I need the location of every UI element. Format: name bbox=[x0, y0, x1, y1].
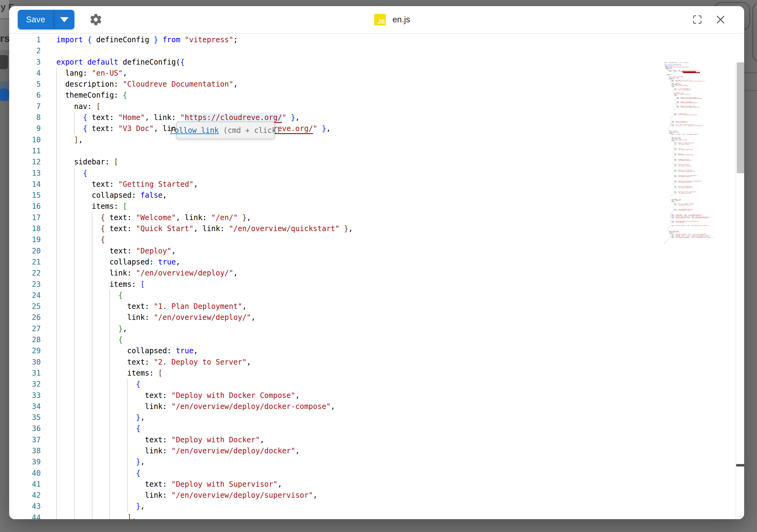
code-line[interactable]: 12 sidebar: [ bbox=[9, 157, 744, 167]
background-card-outline bbox=[752, 2, 757, 62]
dialog-title-filename: en.js bbox=[393, 15, 410, 24]
code-line[interactable]: 8 { text: "Home", link: "https://cloudre… bbox=[9, 112, 744, 123]
javascript-file-icon: JS bbox=[374, 14, 386, 25]
code-line[interactable]: 27 }, bbox=[9, 323, 744, 334]
follow-link-tooltip: Follow link (cmd + click) bbox=[176, 122, 275, 139]
line-number: 30 bbox=[9, 357, 41, 368]
background-divider bbox=[744, 90, 757, 91]
code-line[interactable]: 40 { bbox=[9, 468, 744, 479]
code-line[interactable]: 14 text: "Getting Started", bbox=[9, 179, 744, 190]
line-number: 40 bbox=[9, 468, 41, 479]
code-line[interactable]: 36 { bbox=[9, 423, 744, 434]
line-number: 10 bbox=[9, 134, 41, 145]
code-line[interactable]: 2 bbox=[9, 45, 744, 56]
code-line[interactable]: 30 text: "2. Deploy to Server", bbox=[9, 357, 744, 368]
fullscreen-icon bbox=[691, 14, 703, 25]
line-number: 8 bbox=[9, 112, 41, 123]
line-number: 2 bbox=[9, 45, 41, 56]
code-line[interactable]: 41 text: "Deploy with Supervisor", bbox=[9, 479, 744, 490]
code-line[interactable]: 18 { text: "Quick Start", link: "/en/ove… bbox=[9, 223, 744, 234]
code-line[interactable]: 4 lang: "en-US", bbox=[9, 68, 744, 79]
code-line[interactable]: 35 }, bbox=[9, 412, 744, 423]
code-line[interactable]: 16 items: [ bbox=[9, 201, 744, 212]
save-options-dropdown-button[interactable] bbox=[54, 10, 75, 29]
line-number: 25 bbox=[9, 301, 41, 312]
line-number: 22 bbox=[9, 268, 41, 279]
line-number: 28 bbox=[9, 334, 41, 345]
code-line[interactable]: 23 items: [ bbox=[9, 279, 744, 290]
code-line[interactable]: 13 { bbox=[9, 168, 744, 179]
code-line[interactable]: 38 link: "/en/overview/deploy/docker", bbox=[9, 445, 744, 457]
line-number: 34 bbox=[9, 401, 41, 412]
code-line[interactable]: 42 link: "/en/overview/deploy/supervisor… bbox=[9, 490, 744, 501]
line-number: 35 bbox=[9, 412, 41, 423]
line-number: 42 bbox=[9, 490, 41, 501]
code-line[interactable]: 15 collapsed: false, bbox=[9, 190, 744, 201]
line-number: 32 bbox=[9, 379, 41, 390]
code-line[interactable]: 20 text: "Deploy", bbox=[9, 246, 744, 256]
code-line[interactable]: 21 collapsed: true, bbox=[9, 256, 744, 268]
line-number: 31 bbox=[9, 368, 41, 379]
follow-link-hint: (cmd + click) bbox=[219, 125, 281, 136]
line-number: 6 bbox=[9, 90, 41, 101]
code-line[interactable]: 19 { bbox=[9, 234, 744, 245]
code-line[interactable]: 6 themeConfig: { bbox=[9, 90, 744, 101]
code-line[interactable]: 9 { text: "V3 Doc", link: "https://docs.… bbox=[9, 123, 744, 134]
save-button-label: Save bbox=[26, 15, 45, 24]
code-line[interactable]: 28 { bbox=[9, 334, 744, 345]
code-line[interactable]: 3export default defineConfig({ bbox=[9, 57, 744, 68]
background-divider bbox=[744, 72, 757, 73]
editor-settings-button[interactable] bbox=[88, 12, 103, 27]
line-number: 11 bbox=[9, 145, 41, 157]
code-line[interactable]: 25 text: "1. Plan Deployment", bbox=[9, 301, 744, 312]
code-line[interactable]: 31 items: [ bbox=[9, 368, 744, 379]
code-line[interactable]: 5 description: "Cloudreve Documentation"… bbox=[9, 79, 744, 90]
background-button-fragment bbox=[0, 55, 8, 69]
code-line[interactable]: 32 { bbox=[9, 379, 744, 390]
line-number: 16 bbox=[9, 201, 41, 212]
line-number: 15 bbox=[9, 190, 41, 201]
line-number: 17 bbox=[9, 212, 41, 223]
line-number: 27 bbox=[9, 323, 41, 334]
code-line[interactable]: 10 ], bbox=[9, 134, 744, 145]
vertical-scrollbar bbox=[736, 62, 744, 519]
save-split-button: Save bbox=[18, 10, 75, 29]
code-line[interactable]: 7 nav: [ bbox=[9, 101, 744, 112]
save-button[interactable]: Save bbox=[18, 10, 54, 29]
line-number: 5 bbox=[9, 79, 41, 90]
code-line[interactable]: 37 text: "Deploy with Docker", bbox=[9, 434, 744, 445]
minimap[interactable]: import { defineConfig } from "vitepress"… bbox=[664, 62, 736, 264]
line-number: 1 bbox=[9, 34, 41, 45]
follow-link-action[interactable]: Follow link bbox=[170, 125, 219, 136]
code-line[interactable]: 43 }, bbox=[9, 501, 744, 512]
code-line[interactable]: 29 collapsed: true, bbox=[9, 345, 744, 356]
chevron-down-icon bbox=[60, 17, 69, 22]
line-number: 43 bbox=[9, 501, 41, 512]
line-number: 24 bbox=[9, 290, 41, 301]
code-line[interactable]: 39 }, bbox=[9, 457, 744, 467]
line-number: 13 bbox=[9, 168, 41, 179]
line-number: 4 bbox=[9, 68, 41, 79]
code-line[interactable]: 22 link: "/en/overview/deploy/", bbox=[9, 268, 744, 279]
fullscreen-button[interactable] bbox=[690, 13, 704, 27]
code-line[interactable]: 17 { text: "Welcome", link: "/en/" }, bbox=[9, 212, 744, 223]
code-line[interactable]: 1import { defineConfig } from "vitepress… bbox=[9, 34, 744, 45]
line-number: 3 bbox=[9, 57, 41, 68]
line-number: 29 bbox=[9, 345, 41, 356]
line-number: 37 bbox=[9, 434, 41, 445]
line-number: 33 bbox=[9, 390, 41, 401]
code-line[interactable]: 26 link: "/en/overview/deploy/", bbox=[9, 312, 744, 323]
code-line[interactable]: 34 link: "/en/overview/deploy/docker-com… bbox=[9, 401, 744, 412]
code-editor[interactable]: 1import { defineConfig } from "vitepress… bbox=[9, 34, 744, 519]
line-number: 14 bbox=[9, 179, 41, 190]
minimap-content: import { defineConfig } from "vitepress"… bbox=[664, 62, 736, 244]
line-number: 39 bbox=[9, 457, 41, 467]
dialog-title-group: JS en.js bbox=[103, 14, 681, 25]
vertical-scrollbar-thumb[interactable] bbox=[737, 62, 744, 173]
code-line[interactable]: 24 { bbox=[9, 290, 744, 301]
code-line[interactable]: 33 text: "Deploy with Docker Compose", bbox=[9, 390, 744, 401]
code-line[interactable]: 44 ], bbox=[9, 512, 744, 519]
close-dialog-button[interactable] bbox=[713, 13, 728, 27]
code-line[interactable]: 11 bbox=[9, 145, 744, 157]
code-lines: 1import { defineConfig } from "vitepress… bbox=[9, 34, 744, 519]
